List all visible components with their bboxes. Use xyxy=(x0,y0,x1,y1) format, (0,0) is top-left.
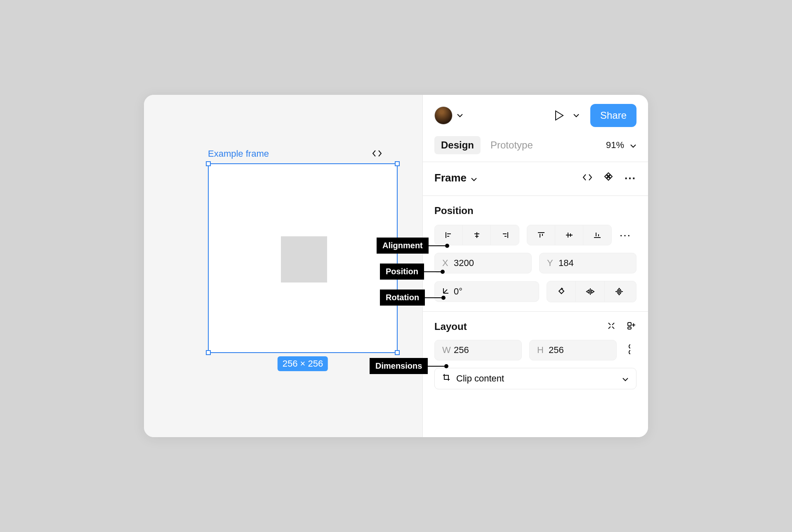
rotation-row: 0° xyxy=(434,281,636,302)
position-xy-row: X 3200 Y 184 xyxy=(434,253,636,273)
rotate-90-button[interactable] xyxy=(547,281,576,302)
resize-handle-top-left[interactable] xyxy=(206,161,211,166)
transform-tools-group xyxy=(547,281,636,302)
callout-alignment: Alignment xyxy=(377,238,449,254)
h-value: 256 xyxy=(549,345,564,355)
align-right-button[interactable] xyxy=(491,225,519,245)
flip-vertical-button[interactable] xyxy=(605,281,634,302)
dev-mode-icon[interactable] xyxy=(372,149,382,160)
h-label: H xyxy=(537,345,549,355)
svg-rect-1 xyxy=(628,327,631,329)
flip-horizontal-button[interactable] xyxy=(576,281,605,302)
layout-section: Layout W 256 H 256 xyxy=(423,312,648,398)
align-v-center-button[interactable] xyxy=(555,225,583,245)
auto-layout-add-icon[interactable] xyxy=(627,321,636,332)
y-value: 184 xyxy=(559,258,574,268)
vertical-align-group xyxy=(527,225,612,245)
clip-content-dropdown[interactable]: Clip content xyxy=(434,368,636,389)
svg-rect-0 xyxy=(628,322,631,326)
panel-top-bar: Share xyxy=(423,104,648,136)
canvas-area[interactable]: Example frame 256 × 256 Alignment Positi… xyxy=(144,95,422,437)
callout-rotation: Rotation xyxy=(380,290,446,306)
zoom-control[interactable]: 91% xyxy=(606,140,636,151)
app-window: Example frame 256 × 256 Alignment Positi… xyxy=(144,95,648,437)
y-label: Y xyxy=(547,258,559,268)
collapse-icon[interactable] xyxy=(607,321,616,332)
align-h-center-button[interactable] xyxy=(463,225,491,245)
tab-prototype[interactable]: Prototype xyxy=(484,136,540,154)
callout-label: Rotation xyxy=(380,290,425,306)
position-section: Position ⋯ X 3200 xyxy=(423,196,648,311)
component-icon[interactable] xyxy=(603,172,613,184)
height-field[interactable]: H 256 xyxy=(529,340,617,360)
clip-chevron-down-icon[interactable] xyxy=(622,373,629,384)
play-icon[interactable] xyxy=(553,109,566,122)
tabs-row: Design Prototype 91% xyxy=(423,136,648,162)
resize-handle-bottom-left[interactable] xyxy=(206,350,211,355)
section-title-layout: Layout xyxy=(434,321,467,332)
inner-rectangle[interactable] xyxy=(281,236,327,282)
link-dimensions-icon[interactable] xyxy=(624,344,636,357)
rotation-field[interactable]: 0° xyxy=(434,281,539,302)
more-icon[interactable]: ⋯ xyxy=(624,171,636,185)
resize-handle-bottom-right[interactable] xyxy=(395,350,400,355)
callout-label: Dimensions xyxy=(370,358,428,374)
align-top-button[interactable] xyxy=(527,225,555,245)
code-icon[interactable] xyxy=(582,172,593,184)
alignment-row: ⋯ xyxy=(434,225,636,245)
rotation-value: 0° xyxy=(454,286,462,297)
dimensions-row: W 256 H 256 xyxy=(434,340,636,360)
user-avatar[interactable] xyxy=(434,106,453,125)
align-bottom-button[interactable] xyxy=(583,225,611,245)
clip-content-label: Clip content xyxy=(456,373,504,384)
y-position-field[interactable]: Y 184 xyxy=(539,253,636,273)
zoom-chevron-down-icon[interactable] xyxy=(630,140,636,151)
x-position-field[interactable]: X 3200 xyxy=(434,253,532,273)
callout-label: Position xyxy=(380,264,424,280)
share-button[interactable]: Share xyxy=(590,104,636,127)
zoom-value: 91% xyxy=(606,140,624,151)
inspector-panel: Share Design Prototype 91% Frame ⋯ xyxy=(422,95,648,437)
selected-frame[interactable]: 256 × 256 xyxy=(208,163,398,353)
clip-icon xyxy=(442,373,450,384)
element-header-section: Frame ⋯ xyxy=(423,162,648,195)
w-label: W xyxy=(442,345,454,355)
callout-dimensions: Dimensions xyxy=(370,358,448,374)
x-value: 3200 xyxy=(454,258,474,268)
play-chevron-down-icon[interactable] xyxy=(573,112,580,119)
width-field[interactable]: W 256 xyxy=(434,340,522,360)
callout-label: Alignment xyxy=(377,238,429,254)
frame-name-label[interactable]: Example frame xyxy=(208,148,269,159)
tab-design[interactable]: Design xyxy=(434,136,481,154)
dimensions-badge: 256 × 256 xyxy=(278,356,328,371)
element-type-label[interactable]: Frame xyxy=(434,172,467,184)
w-value: 256 xyxy=(454,345,469,355)
section-title-position: Position xyxy=(434,205,636,217)
element-type-chevron-down-icon[interactable] xyxy=(471,172,477,184)
avatar-chevron-down-icon[interactable] xyxy=(457,112,463,119)
align-more-icon[interactable]: ⋯ xyxy=(619,228,632,242)
resize-handle-top-right[interactable] xyxy=(395,161,400,166)
callout-position: Position xyxy=(380,264,445,280)
